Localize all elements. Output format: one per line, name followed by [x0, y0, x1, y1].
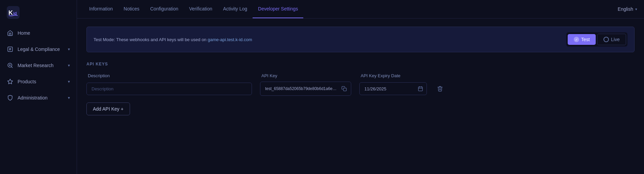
section-title: API KEYS [86, 62, 635, 66]
sidebar-logo: K id [0, 0, 77, 25]
tab-activity-log[interactable]: Activity Log [218, 0, 253, 18]
home-icon [7, 30, 14, 36]
api-key-field: test_65887da52065b79de80b6d1a6e452 [260, 82, 351, 96]
banner-static-text: Test Mode: These webhooks and API keys w… [94, 37, 208, 42]
sidebar-item-legal[interactable]: Legal & Compliance ▾ [0, 41, 77, 57]
kid-logo-icon: K id [7, 6, 20, 19]
col-expiry-label: API Key Expiry Date [361, 73, 428, 78]
info-banner: Test Mode: These webhooks and API keys w… [86, 27, 635, 52]
test-mode-label: Test [581, 37, 590, 42]
test-mode-button[interactable]: ✓ Test [568, 34, 596, 45]
api-keys-section: API KEYS Description API Key API Key Exp… [86, 62, 635, 115]
copy-icon [341, 86, 347, 91]
svg-rect-6 [343, 88, 346, 91]
legal-icon [7, 46, 14, 53]
sidebar-nav: Home Legal & Compliance ▾ Market Researc… [0, 25, 77, 174]
sidebar: K id Home Legal & Compliance ▾ [0, 0, 77, 174]
sidebar-item-legal-label: Legal & Compliance [18, 47, 64, 52]
language-label: English [618, 6, 633, 12]
sidebar-item-administration[interactable]: Administration ▾ [0, 90, 77, 106]
tab-configuration[interactable]: Configuration [145, 0, 184, 18]
tab-developer-settings[interactable]: Developer Settings [253, 0, 303, 18]
info-banner-text: Test Mode: These webhooks and API keys w… [94, 37, 252, 42]
content-area: Test Mode: These webhooks and API keys w… [77, 19, 644, 174]
chevron-down-icon-4: ▾ [68, 95, 70, 100]
mode-toggle: ✓ Test Live [566, 32, 627, 47]
copy-api-key-button[interactable] [341, 85, 347, 92]
sidebar-item-home-label: Home [18, 30, 70, 36]
add-api-key-label: Add API Key + [93, 106, 124, 112]
circle-icon [603, 37, 609, 42]
api-keys-header: Description API Key API Key Expiry Date [86, 73, 635, 78]
delete-row-button[interactable] [435, 84, 445, 94]
table-row: test_65887da52065b79de80b6d1a6e452 11/26… [86, 82, 635, 96]
chevron-down-icon-2: ▾ [68, 63, 70, 68]
add-api-key-button[interactable]: Add API Key + [86, 103, 130, 115]
sidebar-item-market-label: Market Research [18, 63, 64, 68]
expiry-date-field: 11/26/2025 [359, 82, 427, 95]
col-api-key-label: API Key [261, 73, 353, 78]
check-icon: ✓ [574, 37, 579, 42]
language-selector[interactable]: English ▾ [618, 6, 637, 12]
sidebar-item-market-research[interactable]: Market Research ▾ [0, 57, 77, 74]
sidebar-item-admin-label: Administration [18, 95, 64, 100]
chevron-down-icon: ▾ [68, 47, 70, 52]
products-icon [7, 78, 14, 85]
tab-notices[interactable]: Notices [118, 0, 145, 18]
live-mode-label: Live [611, 37, 620, 42]
calendar-icon [418, 86, 423, 91]
expiry-date-value: 11/26/2025 [364, 86, 415, 91]
sidebar-item-products-label: Products [18, 79, 64, 84]
research-icon [7, 62, 14, 69]
description-input[interactable] [86, 83, 252, 95]
sidebar-item-products[interactable]: Products ▾ [0, 74, 77, 90]
language-chevron-icon: ▾ [635, 7, 637, 11]
admin-icon [7, 94, 14, 101]
banner-link[interactable]: game-api.test.k-id.com [208, 37, 252, 42]
live-mode-button[interactable]: Live [597, 34, 626, 45]
api-key-value: test_65887da52065b79de80b6d1a6e452 [265, 86, 338, 91]
sidebar-item-home[interactable]: Home [0, 25, 77, 41]
calendar-button[interactable] [418, 86, 423, 91]
chevron-down-icon-3: ▾ [68, 79, 70, 84]
svg-rect-7 [418, 87, 422, 91]
svg-marker-5 [8, 79, 13, 84]
tabs-bar: Information Notices Configuration Verifi… [77, 0, 644, 19]
col-description-label: Description [88, 73, 253, 78]
trash-icon [437, 86, 443, 92]
tab-verification[interactable]: Verification [184, 0, 217, 18]
main-content: Information Notices Configuration Verifi… [77, 0, 644, 174]
svg-text:K: K [8, 9, 13, 16]
tab-information[interactable]: Information [84, 0, 118, 18]
